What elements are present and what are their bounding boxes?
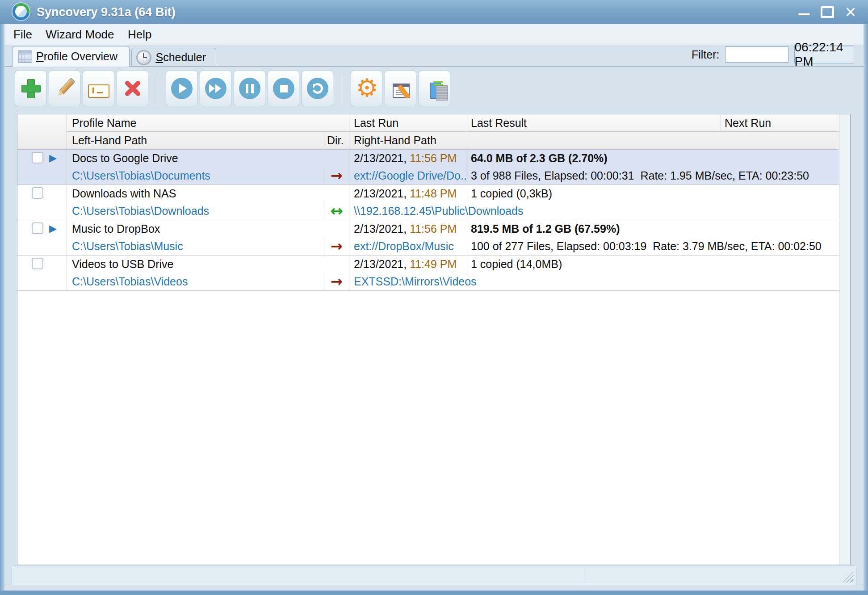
profile-checkbox[interactable] — [32, 187, 43, 199]
profile-name: Music to DropBox — [72, 222, 160, 235]
row-select-cell: ▶ — [17, 150, 67, 184]
toolbar — [15, 71, 450, 106]
clock-icon — [136, 50, 151, 65]
clock-time: 06:22:14 PM — [795, 40, 854, 69]
right-path-link[interactable]: \\192.168.12.45\Public\Downloads — [354, 205, 523, 217]
toolbar-separator — [157, 73, 157, 104]
run-multiple-button[interactable] — [200, 71, 231, 106]
minimize-icon — [798, 13, 810, 15]
stop-icon — [273, 78, 294, 99]
view-logs-button[interactable] — [419, 71, 450, 106]
play-icon — [171, 78, 193, 99]
left-path-link[interactable]: C:\Users\Tobias\Videos — [72, 275, 188, 288]
last-run-time: 11:56 PM — [410, 222, 457, 235]
left-path-cell: C:\Users\Tobias\Videos — [67, 273, 324, 290]
close-button[interactable]: × — [843, 3, 858, 21]
menu-file[interactable]: File — [8, 24, 38, 45]
last-result-cell: 819.5 MB of 1.2 GB (67.59%) — [467, 220, 839, 238]
vertical-scrollbar[interactable] — [839, 114, 850, 565]
resize-grip[interactable] — [843, 572, 853, 582]
table-row[interactable]: ▶ Downloads with NAS 2/13/2021,11:48 PM … — [17, 185, 839, 220]
pencil-icon — [50, 73, 80, 104]
left-path-link[interactable]: C:\Users\Tobias\Documents — [72, 169, 210, 182]
header-next-run[interactable]: Next Run — [721, 114, 839, 132]
last-run-date: 2/13/2021, — [354, 152, 407, 164]
left-path-link[interactable]: C:\Users\Tobias\Downloads — [72, 205, 209, 217]
last-run-cell: 2/13/2021,11:49 PM — [349, 256, 467, 273]
profile-checkbox[interactable] — [32, 222, 43, 234]
add-profile-button[interactable] — [15, 71, 46, 106]
profile-name-cell: Music to DropBox — [67, 220, 349, 238]
status-bar — [12, 566, 856, 585]
result-detail: 3 of 988 Files, Elapsed: 00:00:31 Rate: … — [471, 169, 809, 182]
profile-tools-button[interactable] — [385, 71, 416, 106]
restart-icon — [307, 78, 328, 99]
left-path-link[interactable]: C:\Users\Tobias\Music — [72, 240, 183, 252]
header-right-hand-path[interactable]: Right-Hand Path — [349, 132, 839, 149]
header-last-result[interactable]: Last Result — [467, 114, 721, 132]
filter-input[interactable] — [725, 46, 788, 63]
profile-checkbox[interactable] — [32, 258, 43, 269]
profile-name: Docs to Google Drive — [72, 152, 178, 164]
table-row[interactable]: ▶ Videos to USB Drive 2/13/2021,11:49 PM… — [17, 256, 839, 291]
maximize-icon — [821, 6, 834, 18]
profile-checkbox[interactable] — [32, 152, 43, 163]
last-run-date: 2/13/2021, — [354, 222, 407, 235]
window-title: Syncovery 9.31a (64 Bit) — [37, 0, 176, 24]
menu-help[interactable]: Help — [122, 24, 157, 45]
table-body: Profile Name Last Run Last Result Next R… — [17, 114, 839, 565]
window-border-left — [0, 24, 4, 595]
profile-name: Downloads with NAS — [72, 187, 176, 200]
profile-name-cell: Downloads with NAS — [67, 185, 349, 202]
profile-name: Videos to USB Drive — [72, 258, 173, 270]
last-result-cell: 1 copied (14,0MB) — [467, 256, 839, 273]
header-profile-name[interactable]: Profile Name — [67, 114, 349, 132]
edit-profile-button[interactable] — [49, 71, 80, 106]
rename-profile-button[interactable] — [83, 71, 114, 106]
restart-profile-button[interactable] — [302, 71, 333, 106]
delete-profile-button[interactable] — [117, 71, 148, 106]
last-result-primary: 1 copied (14,0MB) — [471, 258, 562, 270]
window-border-right — [864, 24, 868, 595]
right-path-link[interactable]: ext://Google Drive/Do... — [354, 169, 467, 182]
last-run-cell: 2/13/2021,11:56 PM — [349, 150, 467, 167]
menu-wizard-mode[interactable]: Wizard Mode — [40, 24, 119, 45]
program-settings-button[interactable] — [351, 71, 382, 106]
window-border-bottom-inner — [4, 585, 864, 591]
right-path-cell: ext://DropBox/Music — [349, 238, 467, 255]
right-path-link[interactable]: EXTSSD:\Mirrors\Videos — [354, 275, 477, 288]
last-result-cell: 1 copied (0,3kB) — [467, 185, 839, 202]
maximize-button[interactable] — [820, 3, 835, 21]
left-path-cell: C:\Users\Tobias\Music — [67, 238, 324, 255]
header-checkbox-column — [17, 114, 67, 149]
clock-display: 06:22:14 PM — [794, 46, 854, 63]
left-path-cell: C:\Users\Tobias\Documents — [67, 167, 324, 184]
pause-profile-button[interactable] — [234, 71, 265, 106]
tab-scheduler[interactable]: Scheduler — [131, 48, 216, 67]
last-result-primary: 64.0 MB of 2.3 GB (2.70%) — [471, 152, 608, 164]
header-left-hand-path[interactable]: Left-Hand Path — [67, 132, 324, 149]
toolbar-separator — [342, 73, 342, 104]
last-run-cell: 2/13/2021,11:56 PM — [349, 220, 467, 238]
titlebar: Syncovery 9.31a (64 Bit) × — [0, 0, 868, 24]
direction-cell: → — [324, 167, 349, 184]
last-result-primary: 819.5 MB of 1.2 GB (67.59%) — [471, 222, 620, 235]
run-profile-button[interactable] — [166, 71, 197, 106]
profile-name-cell: Videos to USB Drive — [67, 256, 349, 273]
tab-profile-overview[interactable]: Profile Overview — [12, 46, 130, 67]
header-dir[interactable]: Dir. — [324, 132, 349, 149]
direction-arrow-icon: → — [331, 238, 343, 255]
right-path-link[interactable]: ext://DropBox/Music — [354, 240, 454, 252]
direction-cell: → — [324, 238, 349, 255]
running-indicator-icon: ▶ — [49, 150, 57, 166]
table-row[interactable]: ▶ Docs to Google Drive 2/13/2021,11:56 P… — [17, 150, 839, 185]
window-wrench-icon — [393, 84, 410, 98]
minimize-button[interactable] — [797, 3, 812, 21]
right-path-cell: \\192.168.12.45\Public\Downloads — [349, 202, 839, 220]
table-row[interactable]: ▶ Music to DropBox 2/13/2021,11:56 PM 81… — [17, 220, 839, 256]
header-last-run[interactable]: Last Run — [349, 114, 467, 132]
last-run-date: 2/13/2021, — [354, 258, 407, 270]
stop-profile-button[interactable] — [268, 71, 299, 106]
fast-forward-icon — [205, 78, 226, 99]
log-files-icon — [430, 83, 441, 99]
